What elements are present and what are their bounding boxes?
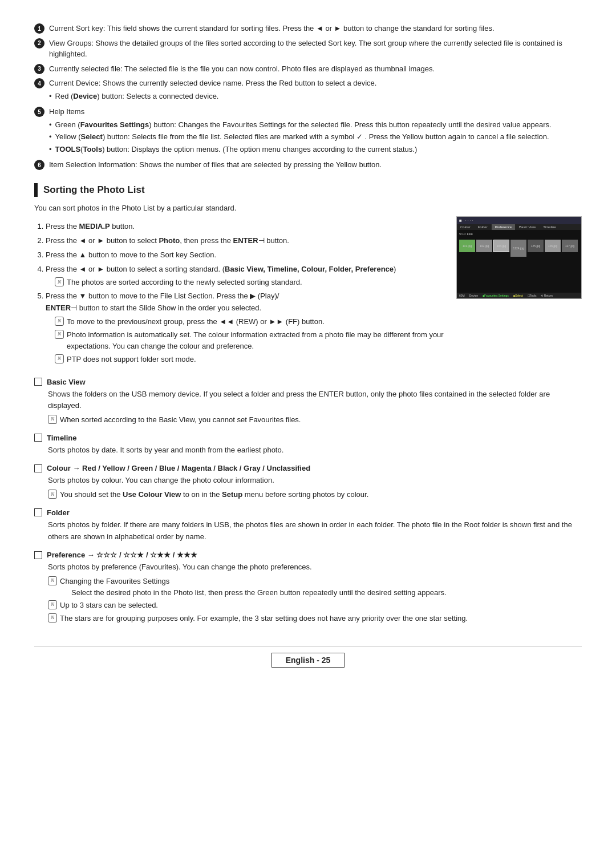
preference-note-2-text: Up to 3 stars can be selected. bbox=[60, 600, 158, 611]
preference-notes: N Changing the Favourites Settings Selec… bbox=[48, 576, 582, 624]
note-icon-pref1: N bbox=[48, 576, 57, 585]
checkbox-preference bbox=[34, 551, 42, 559]
colour-section: Colour → Red / Yellow / Green / Blue / M… bbox=[34, 464, 582, 500]
intro-item-6-text: Item Selection Information: Shows the nu… bbox=[49, 159, 582, 171]
preference-note-2: N Up to 3 stars can be selected. bbox=[48, 600, 582, 611]
colour-title-text: Colour → Red / Yellow / Green / Blue / M… bbox=[47, 464, 310, 472]
timeline-title-text: Timeline bbox=[47, 434, 77, 442]
tv-tab-folder: Folder bbox=[475, 224, 491, 230]
tv-thumb-7: 127.jpg bbox=[562, 240, 578, 252]
tv-top-bar: ■ · · · · bbox=[457, 217, 581, 224]
intro-item-1: 1 Current Sort key: This field shows the… bbox=[34, 23, 582, 34]
folder-title: Folder bbox=[34, 508, 582, 517]
step-5-note-1-text: To move to the previous/next group, pres… bbox=[67, 316, 325, 328]
preference-note-1: N Changing the Favourites Settings Selec… bbox=[48, 576, 582, 598]
step-2: Press the ◄ or ► button to select Photo,… bbox=[46, 235, 445, 247]
intro-item-4-text: Current Device: Shows the currently sele… bbox=[49, 79, 376, 87]
basic-view-note-1: N When sorted according to the Basic Vie… bbox=[48, 414, 582, 426]
intro-item-4: 4 Current Device: Shows the currently se… bbox=[34, 78, 582, 103]
step-1: Press the MEDIA.P button. bbox=[46, 221, 445, 233]
step-4-notes: N The photos are sorted according to the… bbox=[55, 277, 445, 288]
intro-item-3: 3 Currently selected file: The selected … bbox=[34, 63, 582, 75]
basic-view-title: Basic View bbox=[34, 378, 582, 386]
intro-item-4-bullet-1: Red (Device) button: Selects a connected… bbox=[49, 91, 582, 102]
folder-title-text: Folder bbox=[47, 508, 70, 517]
preference-title: Preference → ☆☆☆ / ☆☆★ / ☆★★ / ★★★ bbox=[34, 551, 582, 559]
note-icon-colour: N bbox=[48, 490, 57, 499]
colour-title: Colour → Red / Yellow / Green / Blue / M… bbox=[34, 464, 582, 472]
note-icon-4: N bbox=[55, 354, 64, 363]
tv-thumb-2: 102.jpg bbox=[476, 240, 492, 252]
tv-thumb-4: 1124.jpg bbox=[510, 240, 526, 257]
folder-section: Folder Sorts photos by folder. If there … bbox=[34, 508, 582, 543]
intro-item-5-bullets: Green (Favourites Settings) button: Chan… bbox=[49, 119, 582, 155]
tv-fav-label: ■Favourites Settings bbox=[483, 294, 509, 297]
checkbox-basic-view bbox=[34, 378, 42, 386]
tv-sort-label: 5/10 ●●● bbox=[459, 232, 473, 236]
folder-desc: Sorts photos by folder. If there are man… bbox=[48, 519, 582, 543]
sorting-section-heading: Sorting the Photo List bbox=[34, 183, 582, 197]
note-icon-pref3: N bbox=[48, 613, 57, 622]
step-4-note-1: N The photos are sorted according to the… bbox=[55, 277, 445, 288]
intro-item-4-content: Current Device: Shows the currently sele… bbox=[49, 78, 582, 103]
basic-view-section: Basic View Shows the folders on the USB … bbox=[34, 378, 582, 426]
step-5-note-2: N Photo information is automatically set… bbox=[55, 329, 445, 351]
tv-device-label: Device bbox=[469, 294, 478, 297]
preference-section: Preference → ☆☆☆ / ☆☆★ / ☆★★ / ★★★ Sorts… bbox=[34, 551, 582, 624]
step-5-note-3-text: PTP does not support folder sort mode. bbox=[67, 354, 196, 365]
step-4-note-1-text: The photos are sorted according to the n… bbox=[67, 277, 302, 288]
intro-item-2-text: View Groups: Shows the detailed groups o… bbox=[49, 38, 582, 60]
checkbox-folder bbox=[34, 508, 42, 516]
section-bar bbox=[34, 183, 38, 197]
intro-item-6: 6 Item Selection Information: Shows the … bbox=[34, 159, 582, 171]
footer-label: English - 25 bbox=[271, 653, 345, 668]
tv-bottom-bar: 60M Device ■Favourites Settings ■Select … bbox=[457, 293, 581, 298]
tv-ui-mockup: ■ · · · · Colour Folder Preference Basic… bbox=[456, 216, 582, 299]
tv-content: 5/10 ●●● 101.jpg 102.jpg 103.jpg 1124.jp… bbox=[457, 230, 581, 293]
tv-top-label: ■ bbox=[459, 218, 462, 223]
note-icon-bv: N bbox=[48, 415, 57, 424]
circle-num-1: 1 bbox=[34, 23, 44, 34]
circle-num-3: 3 bbox=[34, 64, 44, 74]
colour-notes: N You should set the Use Colour View to … bbox=[48, 489, 582, 500]
tv-top-dots: · · · · bbox=[465, 219, 473, 223]
checkbox-colour bbox=[34, 464, 42, 472]
basic-view-desc: Shows the folders on the USB memory devi… bbox=[48, 389, 582, 413]
step-5-note-2-text: Photo information is automatically set. … bbox=[67, 329, 445, 351]
timeline-title: Timeline bbox=[34, 434, 582, 442]
intro-item-5-bullet-3: TOOLS (Tools) button: Displays the optio… bbox=[49, 144, 582, 155]
basic-view-note-text: When sorted according to the Basic View,… bbox=[60, 414, 301, 426]
intro-item-5-bullet-2: Yellow (Select) button: Selects file fro… bbox=[49, 131, 582, 143]
tv-thumb-3: 103.jpg bbox=[493, 240, 509, 252]
step-5-note-3: N PTP does not support folder sort mode. bbox=[55, 354, 445, 365]
intro-item-5-content: Help Items Green (Favourites Settings) b… bbox=[49, 106, 582, 156]
intro-list: 1 Current Sort key: This field shows the… bbox=[34, 23, 582, 171]
tv-sort-indicator: 5/10 ●●● bbox=[459, 232, 579, 236]
note-icon-3: N bbox=[55, 330, 64, 339]
tv-tab-preference: Preference bbox=[492, 224, 515, 230]
tv-mem-label: 60M bbox=[459, 294, 465, 297]
tv-thumbnails: 101.jpg 102.jpg 103.jpg 1124.jpg 125.jpg… bbox=[459, 240, 579, 257]
tv-thumb-5: 125.jpg bbox=[528, 240, 544, 252]
colour-note-text: You should set the Use Colour View to on… bbox=[60, 489, 368, 500]
tv-return-label: ⟲ Return bbox=[541, 294, 552, 297]
intro-item-2: 2 View Groups: Shows the detailed groups… bbox=[34, 38, 582, 60]
tv-tab-colour: Colour bbox=[457, 224, 474, 230]
preference-desc: Sorts photos by preference (Favourites).… bbox=[48, 561, 582, 573]
intro-item-4-bullets: Red (Device) button: Selects a connected… bbox=[49, 91, 582, 102]
intro-item-5-text: Help Items bbox=[49, 107, 84, 116]
sorting-intro: You can sort photos in the Photo List by… bbox=[34, 203, 582, 215]
preference-note-3: N The stars are for grouping purposes on… bbox=[48, 613, 582, 624]
circle-num-4: 4 bbox=[34, 78, 44, 88]
steps-container: Press the MEDIA.P button. Press the ◄ or… bbox=[34, 216, 582, 369]
tv-thumb-1: 101.jpg bbox=[459, 240, 475, 252]
tv-select-label: ■Select bbox=[513, 294, 523, 297]
basic-view-notes: N When sorted according to the Basic Vie… bbox=[48, 414, 582, 426]
step-5: Press the ▼ button to move to the File L… bbox=[46, 290, 445, 365]
tv-tools-label: ☐Tools bbox=[528, 294, 537, 297]
preference-title-text: Preference → ☆☆☆ / ☆☆★ / ☆★★ / ★★★ bbox=[47, 551, 197, 559]
note-icon-pref2: N bbox=[48, 600, 57, 609]
preference-note-3-text: The stars are for grouping purposes only… bbox=[60, 613, 468, 624]
step-3: Press the ▲ button to move to the Sort k… bbox=[46, 249, 445, 261]
colour-desc: Sorts photos by colour. You can change t… bbox=[48, 475, 582, 487]
